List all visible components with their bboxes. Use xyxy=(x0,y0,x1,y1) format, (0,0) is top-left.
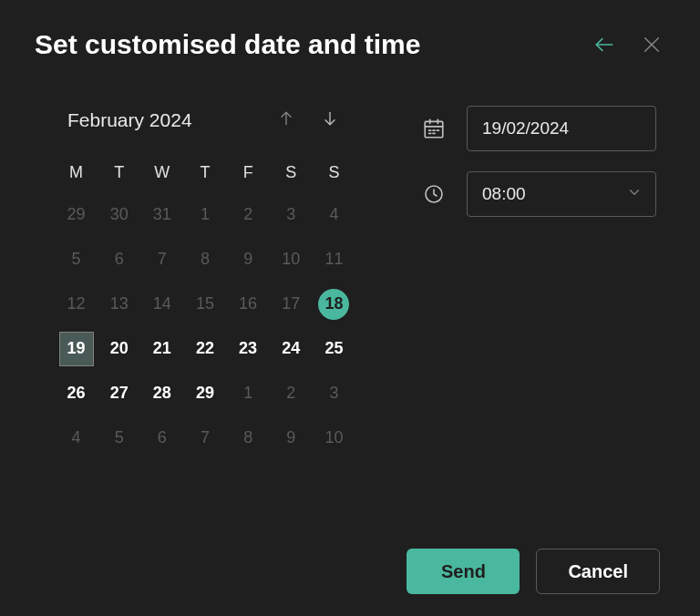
calendar-day: 12 xyxy=(55,282,98,326)
calendar-day: 8 xyxy=(183,237,226,282)
calendar-day: 30 xyxy=(98,192,140,237)
calendar-day: 9 xyxy=(227,237,270,282)
day-of-week-header: S xyxy=(313,152,355,192)
calendar-day[interactable]: 25 xyxy=(313,326,355,371)
calendar-icon xyxy=(421,117,447,140)
calendar-day[interactable]: 22 xyxy=(183,326,226,371)
date-input[interactable]: 19/02/2024 xyxy=(467,106,656,151)
calendar-day[interactable]: 27 xyxy=(98,371,140,416)
calendar-day: 14 xyxy=(140,282,183,326)
calendar-day[interactable]: 28 xyxy=(140,371,183,416)
day-of-week-header: T xyxy=(98,152,140,192)
prev-month-button[interactable] xyxy=(273,106,299,134)
calendar-day: 6 xyxy=(98,237,140,282)
calendar-day[interactable]: 23 xyxy=(227,326,270,371)
calendar-day: 1 xyxy=(227,371,270,416)
chevron-down-icon xyxy=(626,184,643,205)
calendar-day[interactable]: 26 xyxy=(55,371,98,416)
calendar-day: 2 xyxy=(227,192,270,237)
calendar-day: 13 xyxy=(98,282,140,326)
day-of-week-header: M xyxy=(55,152,98,192)
time-value: 08:00 xyxy=(482,184,526,204)
dialog-title: Set customised date and time xyxy=(35,29,420,60)
arrow-down-icon xyxy=(321,109,339,128)
calendar-day: 9 xyxy=(270,416,313,460)
calendar-day: 29 xyxy=(55,192,98,237)
calendar-day: 5 xyxy=(55,237,98,282)
calendar-day: 17 xyxy=(270,282,313,326)
calendar-day: 31 xyxy=(140,192,183,237)
svg-rect-5 xyxy=(425,121,443,137)
calendar-day: 7 xyxy=(183,416,226,460)
day-of-week-header: W xyxy=(140,152,183,192)
calendar-day[interactable]: 21 xyxy=(140,326,183,371)
calendar-day: 10 xyxy=(313,416,355,460)
calendar-day: 16 xyxy=(227,282,270,326)
close-icon xyxy=(642,35,662,55)
month-label[interactable]: February 2024 xyxy=(67,109,192,131)
calendar-day[interactable]: 29 xyxy=(183,371,226,416)
calendar-day: 15 xyxy=(183,282,226,326)
calendar-day[interactable]: 18 xyxy=(313,282,355,326)
calendar-day: 5 xyxy=(98,416,140,460)
calendar-day: 6 xyxy=(140,416,183,460)
back-button[interactable] xyxy=(592,33,616,56)
day-of-week-header: F xyxy=(227,152,270,192)
calendar-day: 1 xyxy=(183,192,226,237)
calendar-day: 11 xyxy=(313,237,355,282)
calendar-day: 3 xyxy=(270,192,313,237)
cancel-button[interactable]: Cancel xyxy=(536,549,660,594)
calendar-day[interactable]: 24 xyxy=(270,326,313,371)
calendar-day[interactable]: 19 xyxy=(55,326,98,371)
calendar-day: 2 xyxy=(270,371,313,416)
calendar-day: 7 xyxy=(140,237,183,282)
close-button[interactable] xyxy=(642,35,662,55)
time-select[interactable]: 08:00 xyxy=(467,171,656,217)
day-of-week-header: T xyxy=(183,152,226,192)
calendar-day: 8 xyxy=(227,416,270,460)
calendar-day: 3 xyxy=(313,371,355,416)
arrow-left-icon xyxy=(592,33,616,56)
send-button[interactable]: Send xyxy=(407,549,520,594)
date-value: 19/02/2024 xyxy=(482,118,569,139)
next-month-button[interactable] xyxy=(317,106,343,134)
clock-icon xyxy=(421,183,447,205)
calendar-day: 4 xyxy=(55,416,98,460)
day-of-week-header: S xyxy=(270,152,313,192)
calendar: February 2024 MTWTFSS2930311234567891011… xyxy=(55,106,355,460)
calendar-day: 10 xyxy=(270,237,313,282)
calendar-day: 4 xyxy=(313,192,355,237)
arrow-up-icon xyxy=(277,109,295,128)
calendar-day[interactable]: 20 xyxy=(98,326,140,371)
